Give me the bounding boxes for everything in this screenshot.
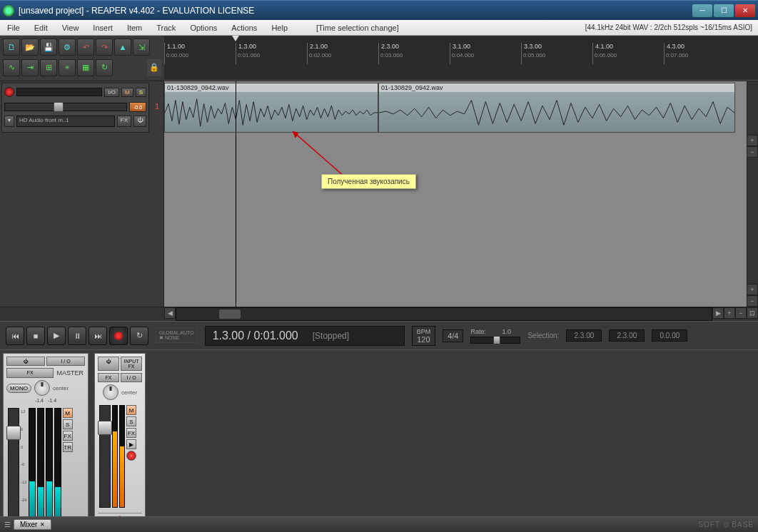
track-zoom-out-button[interactable]: −: [747, 295, 758, 307]
redo-icon[interactable]: ↷: [96, 39, 113, 56]
auto-crossfade-icon[interactable]: ⇲: [133, 39, 150, 56]
master-fx-button[interactable]: FX: [6, 368, 54, 378]
fx-bypass-button[interactable]: ⏻: [133, 116, 146, 127]
track1-inputfx-button[interactable]: INPUT FX: [121, 357, 142, 371]
selection-end[interactable]: 2.3.00: [609, 329, 645, 342]
input-select-icon[interactable]: ▾: [4, 116, 14, 127]
record-arm-button[interactable]: [4, 87, 14, 97]
timeline-ruler[interactable]: 1.1.000:00.0001.3.000:01.0002.1.000:02.0…: [164, 36, 758, 81]
track1-solo-button[interactable]: S: [126, 416, 136, 426]
track1-record-arm-button[interactable]: [126, 451, 136, 461]
rate-slider[interactable]: [470, 337, 520, 344]
open-project-icon[interactable]: 📂: [21, 39, 39, 56]
track-header[interactable]: I/O M S -0.0 ▾ HD Audio front m..1 FX ⏻: [1, 83, 149, 133]
metronome-icon[interactable]: ▲: [114, 39, 131, 56]
playhead-marker[interactable]: [232, 36, 239, 41]
new-project-icon[interactable]: 🗋: [3, 39, 20, 56]
record-button[interactable]: [109, 327, 128, 345]
window-close-button[interactable]: ✕: [735, 4, 755, 17]
track1-pan-knob[interactable]: [103, 384, 118, 400]
arrange-view[interactable]: 01-130829_0942.wav 01-130829_0942.wav По…: [164, 81, 758, 307]
master-solo-button[interactable]: S: [63, 419, 73, 429]
tab-close-icon[interactable]: ✕: [40, 521, 45, 528]
menu-insert[interactable]: Insert: [86, 21, 120, 34]
horizontal-scrollbar[interactable]: [176, 307, 712, 321]
mixer-panel: ⏻ I / O FX MASTER MONO center -1.4 -1.4 …: [0, 349, 758, 531]
main-area: I/O M S -0.0 ▾ HD Audio front m..1 FX ⏻ …: [0, 81, 758, 307]
grid-lines-icon[interactable]: ▦: [77, 59, 94, 76]
menu-item[interactable]: Item: [120, 21, 149, 34]
window-maximize-button[interactable]: ☐: [714, 4, 734, 17]
track-zoom-in-button[interactable]: +: [747, 284, 758, 295]
track1-fader[interactable]: [99, 405, 111, 508]
selection-start[interactable]: 2.3.00: [566, 329, 602, 342]
zoom-in-v-button[interactable]: +: [747, 135, 758, 146]
track1-power-icon[interactable]: ⏻: [98, 357, 119, 371]
repeat-button[interactable]: ↻: [130, 327, 148, 345]
solo-button[interactable]: S: [136, 88, 146, 97]
scroll-right-icon[interactable]: ▶: [712, 307, 724, 319]
scroll-left-icon[interactable]: ◀: [164, 307, 176, 319]
selection-length[interactable]: 0.0.00: [652, 329, 687, 342]
menu-file[interactable]: File: [0, 21, 27, 34]
pan-knob[interactable]: -0.0: [129, 102, 146, 112]
timesig-value: 4/4: [448, 332, 458, 340]
go-to-start-button[interactable]: ⏮: [6, 327, 24, 345]
menu-edit[interactable]: Edit: [27, 21, 55, 34]
mute-button[interactable]: M: [121, 88, 133, 97]
fx-button[interactable]: FX: [117, 116, 131, 127]
zoom-fit-button[interactable]: ⊡: [747, 307, 758, 319]
undo-icon[interactable]: ↶: [77, 39, 94, 56]
ruler-time-mark: 0:03.000: [378, 52, 403, 58]
save-project-icon[interactable]: 💾: [40, 39, 57, 56]
stop-button[interactable]: ■: [26, 327, 45, 345]
window-minimize-button[interactable]: ─: [692, 4, 712, 17]
master-fx-chain-button[interactable]: FX: [63, 431, 73, 441]
track1-fx-chain-button[interactable]: FX: [126, 428, 136, 438]
ripple-edit-icon[interactable]: ⇥: [21, 59, 39, 76]
timesig-box[interactable]: 4/4: [443, 329, 463, 342]
dock-icon[interactable]: ☰: [4, 521, 11, 528]
envelope-icon[interactable]: ∿: [3, 59, 20, 76]
zoom-in-h-button[interactable]: +: [724, 307, 735, 319]
volume-slider[interactable]: [4, 103, 127, 111]
pause-button[interactable]: ⏸: [68, 327, 86, 345]
master-mixer-strip[interactable]: ⏻ I / O FX MASTER MONO center -1.4 -1.4 …: [3, 353, 89, 528]
time-display[interactable]: 1.3.00 / 0:01.000 [Stopped]: [205, 326, 405, 346]
master-pan-knob[interactable]: [34, 380, 50, 396]
audio-clip-2[interactable]: 01-130829_0942.wav: [378, 83, 735, 133]
io-button[interactable]: I/O: [104, 88, 119, 97]
settings-icon[interactable]: ⚙: [59, 39, 76, 56]
master-fader[interactable]: [8, 408, 19, 521]
mixer-tab[interactable]: Mixer ✕: [14, 519, 51, 530]
vertical-scrollbar[interactable]: [747, 81, 758, 292]
menu-context[interactable]: [Time selection change]: [309, 21, 406, 34]
track1-play-button[interactable]: ▶: [126, 439, 136, 449]
menu-help[interactable]: Help: [264, 21, 295, 34]
go-to-end-button[interactable]: ⏭: [89, 327, 107, 345]
loop-icon[interactable]: ↻: [96, 59, 113, 76]
zoom-out-h-button[interactable]: −: [735, 307, 747, 319]
global-automation-box[interactable]: GLOBAL AUTO ✖ NONE: [156, 328, 198, 343]
menu-actions[interactable]: Actions: [224, 21, 264, 34]
track1-fx-button[interactable]: FX: [98, 373, 119, 382]
lock-icon[interactable]: 🔒: [147, 59, 161, 76]
snap-icon[interactable]: ⌖: [59, 59, 76, 76]
play-button[interactable]: ▶: [47, 327, 66, 345]
menu-track[interactable]: Track: [149, 21, 183, 34]
master-power-icon[interactable]: ⏻: [6, 357, 45, 366]
audio-clip-1[interactable]: 01-130829_0942.wav: [164, 83, 378, 133]
track-input-selector[interactable]: HD Audio front m..1: [16, 116, 115, 127]
track1-mixer-strip[interactable]: ⏻ INPUT FX FX I / O center M S FX ▶ 1: [94, 353, 146, 528]
master-mute-button[interactable]: M: [63, 408, 73, 418]
track1-io-button[interactable]: I / O: [121, 373, 142, 382]
mono-button[interactable]: MONO: [6, 384, 31, 393]
master-io-button[interactable]: I / O: [46, 357, 85, 366]
track1-mute-button[interactable]: M: [126, 405, 136, 415]
zoom-out-v-button[interactable]: −: [747, 146, 758, 158]
menu-options[interactable]: Options: [183, 21, 224, 34]
grid-icon[interactable]: ⊞: [40, 59, 57, 76]
master-trim-button[interactable]: TR: [63, 442, 73, 452]
bpm-box[interactable]: BPM 120: [412, 326, 436, 346]
menu-view[interactable]: View: [55, 21, 86, 34]
